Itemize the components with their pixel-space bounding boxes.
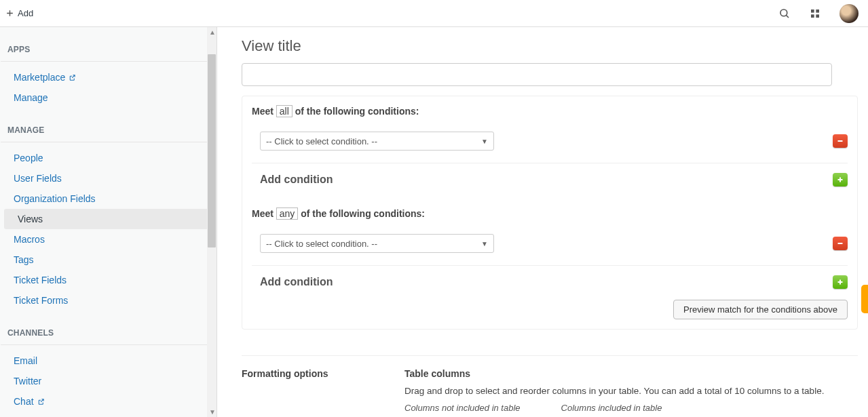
sidebar-item-label: Views	[18, 214, 43, 224]
sidebar-heading-manage: MANAGE	[1, 115, 216, 142]
sidebar-item-label: Manage	[14, 92, 48, 103]
external-link-icon	[37, 398, 45, 405]
chevron-down-icon: ▼	[481, 138, 488, 145]
sidebar-item-email[interactable]: Email	[0, 351, 216, 371]
sidebar-item-tags[interactable]: Tags	[0, 250, 216, 270]
minus-icon	[836, 239, 844, 247]
minus-icon	[836, 137, 844, 145]
sidebar-item-chat[interactable]: Chat	[0, 391, 216, 412]
plus-icon	[836, 176, 844, 184]
condition-select-all[interactable]: -- Click to select condition. -- ▼	[260, 132, 494, 151]
sidebar-item-twitter[interactable]: Twitter	[0, 371, 216, 391]
sidebar-item-organization-fields[interactable]: Organization Fields	[0, 188, 216, 209]
sidebar-item-manage-apps[interactable]: Manage	[0, 87, 216, 108]
sidebar-item-user-fields[interactable]: User Fields	[0, 168, 216, 188]
svg-point-0	[780, 9, 787, 16]
svg-rect-1	[811, 9, 814, 13]
chevron-down-icon: ▼	[481, 240, 488, 247]
sidebar-item-people[interactable]: People	[0, 148, 216, 168]
add-condition-button[interactable]	[833, 275, 848, 289]
condition-select-any[interactable]: -- Click to select condition. -- ▼	[260, 234, 494, 253]
remove-condition-button[interactable]	[833, 237, 848, 250]
sidebar-item-views[interactable]: Views	[4, 209, 212, 229]
topbar-right	[778, 4, 858, 23]
sidebar-item-label: Macros	[14, 234, 45, 245]
sidebar: ▲ ▼ APPS Marketplace Manage MANAGE Peopl…	[0, 27, 217, 417]
formatting-section: Formatting options Table columns Drag an…	[242, 355, 858, 413]
select-placeholder: -- Click to select condition. --	[266, 136, 377, 146]
conditions-any-heading: Meet any of the following conditions:	[252, 208, 848, 219]
sidebar-item-ticket-fields[interactable]: Ticket Fields	[0, 270, 216, 290]
table-columns-heading: Table columns	[404, 368, 858, 379]
sidebar-item-label: Twitter	[14, 376, 41, 386]
svg-rect-3	[811, 14, 814, 18]
table-columns-help: Drag and drop to select and reorder colu…	[404, 386, 858, 396]
svg-rect-4	[816, 14, 819, 18]
add-condition-any-row: Add condition	[252, 265, 848, 289]
sidebar-scrollbar[interactable]: ▲ ▼	[207, 27, 216, 417]
sidebar-item-label: Email	[14, 355, 37, 366]
remove-condition-button[interactable]	[833, 134, 848, 148]
sidebar-heading-channels: CHANNELS	[1, 317, 216, 345]
search-icon[interactable]	[778, 7, 791, 20]
sidebar-item-label: Organization Fields	[14, 193, 96, 204]
columns-not-included-heading: Columns not included in table	[404, 403, 521, 413]
scrollbar-thumb[interactable]	[208, 54, 216, 247]
add-condition-label: Add condition	[260, 174, 333, 186]
add-label: Add	[18, 8, 33, 18]
add-condition-all-row: Add condition	[252, 163, 848, 186]
add-button[interactable]: Add	[5, 8, 33, 18]
condition-all-row: -- Click to select condition. -- ▼	[252, 132, 848, 163]
formatting-heading: Formatting options	[242, 368, 364, 413]
sidebar-item-ticket-forms[interactable]: Ticket Forms	[0, 290, 216, 311]
add-condition-label: Add condition	[260, 276, 333, 288]
apps-grid-icon[interactable]	[810, 8, 820, 19]
chevron-down-icon[interactable]: ▼	[209, 408, 216, 416]
preview-button[interactable]: Preview match for the conditions above	[673, 300, 848, 319]
add-condition-button[interactable]	[833, 173, 848, 186]
topbar: Add	[0, 0, 868, 27]
plus-icon	[5, 9, 14, 18]
sidebar-item-label: Tags	[14, 254, 34, 265]
conditions-box: Meet all of the following conditions: --…	[242, 96, 858, 330]
feedback-tab[interactable]	[861, 285, 868, 313]
external-link-icon	[69, 74, 76, 81]
sidebar-item-macros[interactable]: Macros	[0, 229, 216, 250]
svg-rect-2	[816, 9, 819, 13]
quantifier-any: any	[276, 207, 299, 220]
plus-icon	[836, 278, 844, 286]
view-title-input[interactable]	[242, 63, 832, 86]
condition-any-row: -- Click to select condition. -- ▼	[252, 234, 848, 265]
main-content: View title Meet all of the following con…	[217, 27, 868, 417]
conditions-all-heading: Meet all of the following conditions:	[252, 106, 848, 117]
columns-included-heading: Columns included in table	[561, 403, 662, 413]
chevron-up-icon[interactable]: ▲	[209, 28, 216, 36]
sidebar-item-marketplace[interactable]: Marketplace	[0, 67, 216, 87]
sidebar-heading-apps: APPS	[1, 34, 216, 62]
sidebar-item-label: Chat	[14, 396, 34, 407]
page-title: View title	[242, 37, 848, 55]
select-placeholder: -- Click to select condition. --	[266, 239, 377, 249]
sidebar-item-label: User Fields	[14, 173, 62, 184]
quantifier-all: all	[276, 105, 293, 117]
sidebar-item-label: Marketplace	[14, 72, 65, 83]
avatar[interactable]	[839, 4, 858, 23]
sidebar-item-label: Ticket Forms	[14, 295, 68, 306]
sidebar-item-label: Ticket Fields	[14, 275, 67, 285]
sidebar-item-label: People	[14, 153, 43, 163]
